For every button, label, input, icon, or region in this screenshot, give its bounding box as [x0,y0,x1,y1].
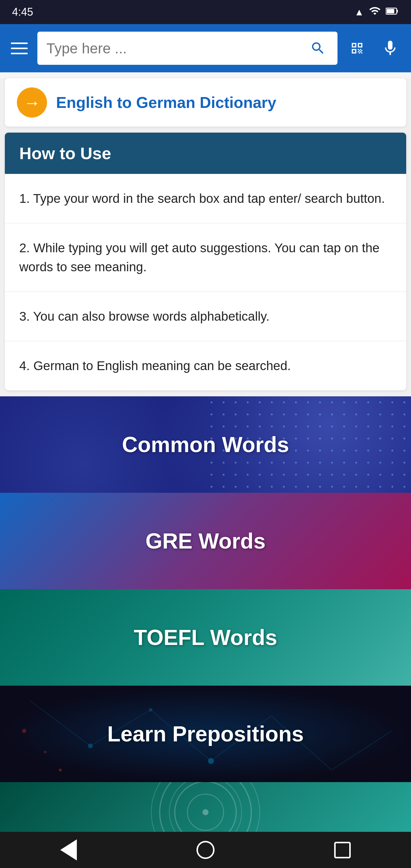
voice-search-button[interactable] [377,35,404,62]
signal-icon: ▲ [354,7,364,18]
qr-scan-button[interactable] [344,35,371,62]
common-words-banner[interactable]: Common Words [0,396,411,493]
svg-point-9 [88,744,93,748]
gre-words-label: GRE Words [146,529,266,553]
app-bar [0,24,411,72]
how-to-item-2: 2. While typing you will get auto sugges… [5,223,406,292]
status-bar-time: 4:45 [12,6,33,19]
gre-words-banner[interactable]: GRE Words [0,493,411,589]
how-to-item-3: 3. You can also browse words alphabetica… [5,292,406,341]
navigation-bar [0,832,411,868]
search-button[interactable] [307,38,328,59]
how-to-items: 1. Type your word in the search box and … [5,174,406,390]
nav-recent-button[interactable] [324,838,361,862]
battery-icon [386,7,399,18]
svg-point-11 [208,758,214,764]
common-words-label: Common Words [122,432,289,457]
menu-button[interactable] [7,36,31,60]
search-bar [37,32,338,65]
status-bar-icons: ▲ [354,5,399,19]
svg-rect-1 [397,10,398,12]
how-to-use-card: How to Use 1. Type your word in the sear… [5,133,406,390]
toefl-words-banner[interactable]: TOEFL Words [0,589,411,686]
how-to-item-4: 4. German to English meaning can be sear… [5,341,406,390]
svg-point-13 [22,729,26,733]
how-to-title: How to Use [19,144,111,163]
learn-prepositions-label: Learn Prepositions [107,721,304,746]
svg-point-17 [187,794,224,830]
status-bar: 4:45 ▲ [0,0,411,24]
how-to-item-1: 1. Type your word in the search box and … [5,174,406,223]
svg-point-12 [59,769,62,772]
learn-prepositions-banner[interactable]: Learn Prepositions [0,686,411,782]
toefl-words-label: TOEFL Words [134,625,277,650]
time-display: 4:45 [12,6,33,19]
wifi-icon [369,5,381,19]
nav-home-button[interactable] [187,838,224,862]
svg-line-8 [331,731,392,770]
svg-rect-2 [387,9,394,13]
svg-line-3 [30,701,90,746]
main-content: → English to German Dictionary How to Us… [0,79,411,842]
svg-point-14 [44,751,46,753]
nav-back-button[interactable] [50,838,87,862]
search-input[interactable] [46,40,301,57]
dictionary-header-card[interactable]: → English to German Dictionary [5,79,406,127]
dictionary-icon: → [17,87,47,118]
how-to-header: How to Use [5,133,406,174]
svg-point-18 [202,809,209,815]
dictionary-title: English to German Dictionary [56,93,276,112]
svg-point-10 [149,708,153,712]
category-banners: Common Words GRE Words TOEFL Words [0,396,411,842]
